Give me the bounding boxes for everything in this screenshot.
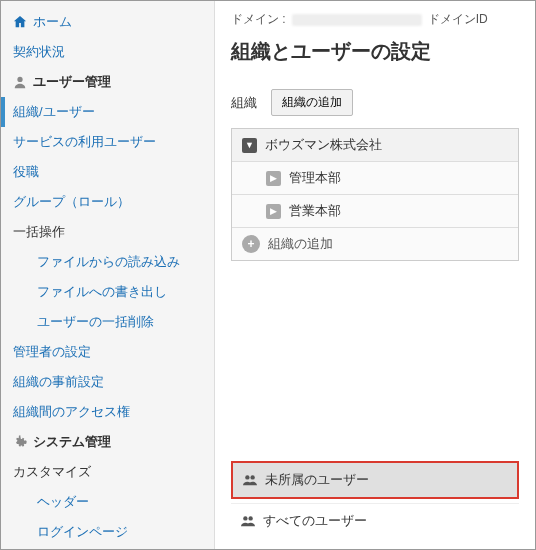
main-content: ドメイン : ドメインID 組織とユーザーの設定 組織 組織の追加 ▼ ボウズマ… — [215, 1, 535, 549]
domain-id-label: ドメインID — [428, 11, 488, 28]
nav-admin-settings-label: 管理者の設定 — [13, 343, 91, 361]
tree-root[interactable]: ▼ ボウズマン株式会社 — [232, 129, 518, 162]
tree-child-0-label: 管理本部 — [289, 169, 341, 187]
svg-point-2 — [250, 475, 254, 479]
nav-login-page[interactable]: ログインページ — [1, 517, 214, 547]
nav-bulk-delete-label: ユーザーの一括削除 — [37, 313, 154, 331]
nav-org-access-label: 組織間のアクセス権 — [13, 403, 130, 421]
org-tree: ▼ ボウズマン株式会社 ▶ 管理本部 ▶ 営業本部 + 組織の追加 — [231, 128, 519, 261]
nav-security[interactable]: セキュリティ — [1, 547, 214, 549]
people-icon — [243, 473, 257, 487]
org-label: 組織 — [231, 94, 257, 112]
all-users-row[interactable]: すべてのユーザー — [231, 503, 519, 538]
section-user-mgmt-label: ユーザー管理 — [33, 73, 111, 91]
tree-child-0[interactable]: ▶ 管理本部 — [232, 162, 518, 195]
nav-org-user[interactable]: 組織/ユーザー — [1, 97, 214, 127]
nav-file-import-label: ファイルからの読み込み — [37, 253, 180, 271]
nav-bulk[interactable]: 一括操作 — [1, 217, 214, 247]
expand-icon[interactable]: ▶ — [266, 204, 281, 219]
nav-contract[interactable]: 契約状況 — [1, 37, 214, 67]
domain-value-masked — [292, 14, 422, 26]
domain-row: ドメイン : ドメインID — [231, 11, 519, 28]
tree-root-label: ボウズマン株式会社 — [265, 136, 382, 154]
nav-service-users-label: サービスの利用ユーザー — [13, 133, 156, 151]
nav-customize-label: カスタマイズ — [13, 463, 91, 481]
sidebar: ホーム 契約状況 ユーザー管理 組織/ユーザー サービスの利用ユーザー 役職 グ… — [1, 1, 215, 549]
nav-org-presettings[interactable]: 組織の事前設定 — [1, 367, 214, 397]
all-users-label: すべてのユーザー — [263, 512, 367, 530]
nav-groups-label: グループ（ロール） — [13, 193, 130, 211]
tree-child-1-label: 営業本部 — [289, 202, 341, 220]
nav-contract-label: 契約状況 — [13, 43, 65, 61]
home-icon — [13, 15, 27, 29]
nav-file-export[interactable]: ファイルへの書き出し — [1, 277, 214, 307]
user-filter-rows: 未所属のユーザー すべてのユーザー — [231, 461, 519, 538]
svg-point-3 — [243, 516, 247, 520]
nav-file-export-label: ファイルへの書き出し — [37, 283, 167, 301]
nav-header-label: ヘッダー — [37, 493, 89, 511]
nav-roles[interactable]: 役職 — [1, 157, 214, 187]
nav-service-users[interactable]: サービスの利用ユーザー — [1, 127, 214, 157]
org-header-row: 組織 組織の追加 — [231, 89, 519, 116]
nav-org-user-label: 組織/ユーザー — [13, 103, 95, 121]
tree-add-org[interactable]: + 組織の追加 — [232, 228, 518, 260]
nav-bulk-delete[interactable]: ユーザーの一括削除 — [1, 307, 214, 337]
nav-header[interactable]: ヘッダー — [1, 487, 214, 517]
add-org-button[interactable]: 組織の追加 — [271, 89, 353, 116]
nav-home[interactable]: ホーム — [1, 7, 214, 37]
nav-customize[interactable]: カスタマイズ — [1, 457, 214, 487]
tree-child-1[interactable]: ▶ 営業本部 — [232, 195, 518, 228]
nav-bulk-label: 一括操作 — [13, 223, 65, 241]
page-title: 組織とユーザーの設定 — [231, 38, 519, 65]
svg-point-0 — [17, 77, 22, 82]
nav-login-page-label: ログインページ — [37, 523, 128, 541]
domain-label: ドメイン : — [231, 11, 286, 28]
gear-icon — [13, 435, 27, 449]
people-icon — [241, 514, 255, 528]
nav-home-label: ホーム — [33, 13, 72, 31]
tree-add-label: 組織の追加 — [268, 235, 333, 253]
svg-point-4 — [248, 516, 252, 520]
nav-org-access[interactable]: 組織間のアクセス権 — [1, 397, 214, 427]
plus-icon: + — [242, 235, 260, 253]
section-system-mgmt-label: システム管理 — [33, 433, 111, 451]
unassigned-label: 未所属のユーザー — [265, 471, 369, 489]
nav-org-presettings-label: 組織の事前設定 — [13, 373, 104, 391]
nav-groups[interactable]: グループ（ロール） — [1, 187, 214, 217]
nav-file-import[interactable]: ファイルからの読み込み — [1, 247, 214, 277]
expand-icon[interactable]: ▶ — [266, 171, 281, 186]
nav-roles-label: 役職 — [13, 163, 39, 181]
user-icon — [13, 75, 27, 89]
nav-admin-settings[interactable]: 管理者の設定 — [1, 337, 214, 367]
unassigned-users-row[interactable]: 未所属のユーザー — [231, 461, 519, 499]
collapse-icon[interactable]: ▼ — [242, 138, 257, 153]
section-system-mgmt: システム管理 — [1, 427, 214, 457]
svg-point-1 — [245, 475, 249, 479]
section-user-mgmt: ユーザー管理 — [1, 67, 214, 97]
